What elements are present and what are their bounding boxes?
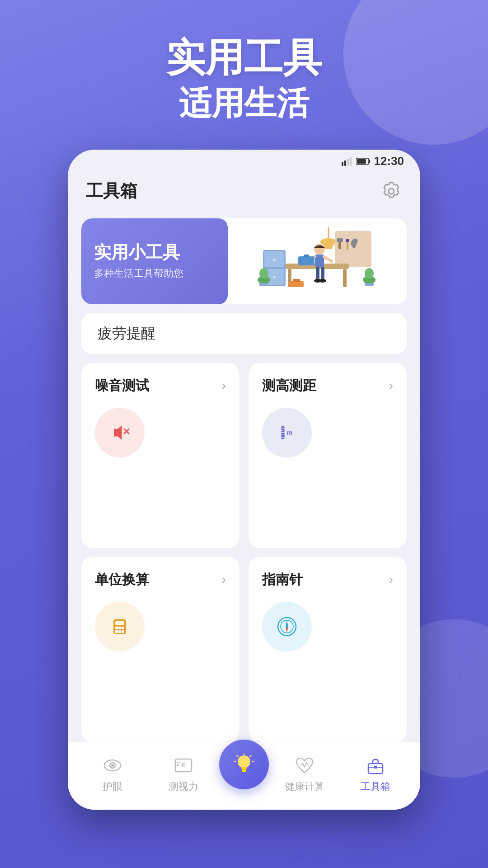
bulb-icon <box>231 752 257 777</box>
svg-point-76 <box>111 764 114 767</box>
nav-center-button[interactable] <box>219 740 269 789</box>
banner-main-text: 实用小工具 <box>94 242 215 263</box>
tool-card-header-noise: 噪音测试 › <box>95 377 226 395</box>
svg-rect-45 <box>289 281 304 287</box>
tool-name-unit: 单位换算 <box>95 571 149 589</box>
tool-card-compass[interactable]: 指南针 › <box>249 557 407 742</box>
svg-rect-3 <box>350 157 352 166</box>
banner-card[interactable]: 实用小工具 多种生活工具帮助您 <box>81 218 407 304</box>
status-time: 12:30 <box>374 154 404 168</box>
svg-rect-67 <box>122 630 124 633</box>
svg-rect-35 <box>298 256 314 265</box>
tool-name-height: 测高测距 <box>262 377 316 395</box>
main-content: 实用小工具 多种生活工具帮助您 <box>68 209 420 742</box>
fatigue-label: 疲劳提醒 <box>98 324 155 344</box>
svg-rect-1 <box>344 160 346 166</box>
eye-icon <box>103 755 122 775</box>
nav-item-center[interactable] <box>219 749 269 798</box>
svg-rect-5 <box>369 160 370 163</box>
chevron-height: › <box>389 378 393 393</box>
svg-point-44 <box>365 268 374 279</box>
hero-section: 实用工具 适用生活 <box>166 36 322 123</box>
tool-card-unit[interactable]: 单位换算 › <box>81 557 239 742</box>
tool-card-height[interactable]: 测高测距 › m <box>249 363 407 548</box>
svg-point-13 <box>343 235 345 236</box>
nav-icon-health <box>293 754 316 777</box>
svg-rect-62 <box>115 627 118 629</box>
tool-name-compass: 指南针 <box>262 571 303 589</box>
svg-rect-18 <box>346 239 349 242</box>
svg-point-12 <box>339 235 341 236</box>
svg-rect-66 <box>118 630 121 633</box>
svg-text:E: E <box>182 761 186 769</box>
tool-card-header-compass: 指南针 › <box>262 571 393 589</box>
compass-icon-wrap <box>262 602 312 651</box>
svg-rect-79 <box>177 762 180 763</box>
tools-grid: 噪音测试 › 测高测距 › <box>81 363 407 742</box>
banner-illustration <box>228 218 407 304</box>
health-icon <box>295 755 314 775</box>
banner-sub-text: 多种生活工具帮助您 <box>94 267 215 280</box>
svg-point-73 <box>286 625 288 628</box>
settings-icon[interactable] <box>380 180 402 202</box>
svg-rect-6 <box>357 159 366 164</box>
tool-name-noise: 噪音测试 <box>95 377 149 395</box>
phone-frame: 12:30 工具箱 实用小工具 多种生活工具帮助您 <box>68 150 420 810</box>
svg-rect-61 <box>115 621 124 625</box>
height-icon-wrap: m <box>262 408 312 458</box>
nav-icon-eye <box>101 754 124 777</box>
svg-rect-31 <box>316 267 319 280</box>
fatigue-card[interactable]: 疲劳提醒 <box>81 313 407 354</box>
svg-rect-94 <box>374 766 377 769</box>
nav-label-vision: 测视力 <box>169 780 198 793</box>
nav-label-health: 健康计算 <box>285 780 324 793</box>
svg-point-25 <box>273 259 276 261</box>
noise-icon-wrap <box>95 408 145 458</box>
svg-rect-65 <box>115 630 118 633</box>
chevron-unit: › <box>222 572 226 587</box>
svg-point-34 <box>319 279 326 283</box>
chevron-compass: › <box>389 572 393 587</box>
nav-item-eye[interactable]: 护眼 <box>77 754 148 793</box>
nav-icon-toolbox <box>364 754 387 777</box>
svg-rect-84 <box>242 771 246 772</box>
svg-rect-21 <box>343 269 347 287</box>
status-bar: 12:30 <box>68 150 420 173</box>
svg-rect-11 <box>335 231 371 267</box>
svg-rect-63 <box>118 627 121 629</box>
svg-rect-16 <box>337 238 343 242</box>
nav-label-eye: 护眼 <box>103 780 122 793</box>
tool-card-header-height: 测高测距 › <box>262 377 393 395</box>
unit-icon <box>106 613 133 640</box>
svg-point-14 <box>348 235 350 236</box>
svg-rect-2 <box>347 159 349 166</box>
nav-label-toolbox: 工具箱 <box>361 780 390 793</box>
unit-icon-wrap <box>95 602 145 651</box>
nav-item-vision[interactable]: E 测视力 <box>148 754 220 793</box>
top-nav: 工具箱 <box>68 173 420 209</box>
nav-title: 工具箱 <box>86 179 137 203</box>
bottom-nav: 护眼 E 测视力 <box>68 742 420 810</box>
height-icon: m <box>273 419 300 446</box>
svg-point-81 <box>238 755 250 768</box>
svg-line-86 <box>250 755 251 757</box>
toolbox-icon <box>366 755 385 775</box>
nav-item-health[interactable]: 健康计算 <box>269 754 340 793</box>
tool-card-header-unit: 单位换算 › <box>95 571 226 589</box>
noise-icon <box>106 419 133 446</box>
hero-title: 实用工具 <box>166 36 322 79</box>
workshop-illustration <box>249 223 385 300</box>
status-icons: 12:30 <box>342 154 404 168</box>
svg-point-40 <box>259 268 268 279</box>
svg-rect-64 <box>122 627 124 629</box>
signal-icon <box>342 157 352 166</box>
hero-subtitle: 适用生活 <box>166 84 322 123</box>
nav-item-toolbox[interactable]: 工具箱 <box>340 754 412 793</box>
svg-rect-0 <box>342 162 343 166</box>
svg-rect-28 <box>315 255 324 267</box>
bg-decoration-top <box>343 0 488 145</box>
svg-rect-36 <box>304 255 309 257</box>
tool-card-noise[interactable]: 噪音测试 › <box>81 363 239 548</box>
compass-icon <box>273 613 300 640</box>
vision-icon: E <box>174 755 193 775</box>
